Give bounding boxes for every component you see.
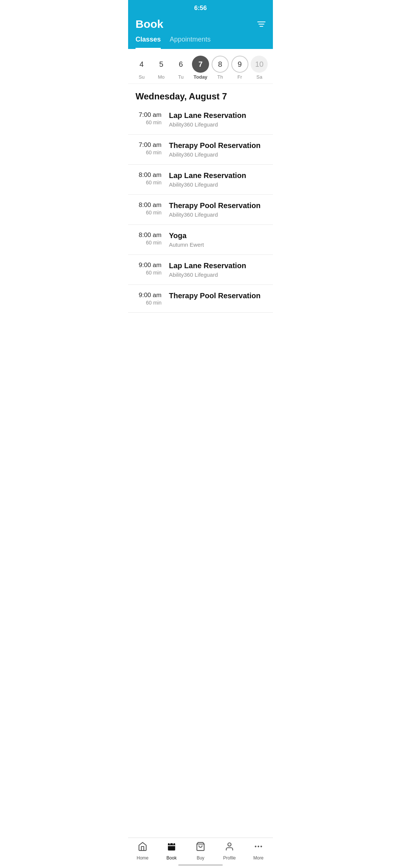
cal-day-label-10: Sa [257, 74, 263, 80]
cal-day-number-8: 8 [212, 56, 229, 73]
svg-point-8 [260, 846, 262, 847]
nav-item-book[interactable]: Book [160, 842, 183, 861]
nav-label-more: More [253, 855, 263, 861]
cal-day-label-6: Tu [178, 74, 184, 80]
calendar-day-4[interactable]: 4 Su [133, 56, 150, 80]
svg-point-5 [228, 843, 231, 846]
schedule-time-1: 7:00 am 60 min [136, 141, 169, 155]
schedule-info-2: Lap Lane Reservation Ability360 Lifeguar… [169, 171, 265, 188]
calendar-day-9[interactable]: 9 Fr [231, 56, 248, 80]
cal-day-number-9: 9 [231, 56, 248, 73]
svg-rect-0 [168, 843, 175, 851]
tab-appointments[interactable]: Appointments [170, 36, 211, 49]
schedule-time-6: 9:00 am 60 min [136, 292, 169, 306]
svg-point-7 [258, 846, 259, 847]
cal-day-number-5: 5 [153, 56, 170, 73]
cal-day-number-10: 10 [251, 56, 268, 73]
filter-button[interactable] [257, 22, 265, 27]
cal-day-label-8: Th [217, 74, 223, 80]
schedule-info-5: Lap Lane Reservation Ability360 Lifeguar… [169, 262, 265, 278]
more-icon [254, 842, 263, 854]
svg-point-6 [255, 846, 256, 847]
cal-day-number-4: 4 [133, 56, 150, 73]
schedule-time-5: 9:00 am 60 min [136, 262, 169, 276]
header: Book [128, 14, 273, 30]
calendar-section: 4 Su 5 Mo 6 Tu 7 Today 8 Th 9 Fr 10 Sa [128, 49, 273, 84]
schedule-info-1: Therapy Pool Reservation Ability360 Life… [169, 141, 265, 158]
schedule-info-4: Yoga Autumn Ewert [169, 231, 265, 248]
calendar-day-10[interactable]: 10 Sa [251, 56, 268, 80]
cal-day-label-4: Su [138, 74, 144, 80]
calendar-day-8[interactable]: 8 Th [212, 56, 229, 80]
cal-day-label-today: Today [193, 74, 207, 80]
status-time: 6:56 [194, 4, 207, 11]
nav-label-buy: Buy [197, 855, 205, 861]
schedule-time-0: 7:00 am 60 min [136, 111, 169, 125]
table-row[interactable]: 8:00 am 60 min Therapy Pool Reservation … [128, 195, 273, 225]
cal-day-label-5: Mo [158, 74, 164, 80]
cal-day-number-6: 6 [172, 56, 189, 73]
table-row[interactable]: 7:00 am 60 min Therapy Pool Reservation … [128, 135, 273, 165]
cal-day-label-9: Fr [238, 74, 242, 80]
table-row[interactable]: 8:00 am 60 min Lap Lane Reservation Abil… [128, 165, 273, 195]
schedule-info-3: Therapy Pool Reservation Ability360 Life… [169, 201, 265, 218]
nav-item-profile[interactable]: Profile [218, 842, 241, 861]
status-bar: 6:56 [128, 0, 273, 14]
bottom-nav: Home Book Buy [128, 838, 273, 868]
table-row[interactable]: 9:00 am 60 min Lap Lane Reservation Abil… [128, 255, 273, 285]
schedule-list: 7:00 am 60 min Lap Lane Reservation Abil… [128, 105, 273, 342]
home-indicator [178, 864, 223, 866]
page-title: Book [136, 18, 163, 30]
home-icon [138, 842, 147, 854]
schedule-info-0: Lap Lane Reservation Ability360 Lifeguar… [169, 111, 265, 128]
schedule-time-2: 8:00 am 60 min [136, 171, 169, 185]
table-row[interactable]: 7:00 am 60 min Lap Lane Reservation Abil… [128, 105, 273, 135]
schedule-info-6: Therapy Pool Reservation [169, 292, 265, 302]
tab-classes[interactable]: Classes [136, 36, 161, 49]
nav-label-book: Book [166, 855, 176, 861]
nav-item-more[interactable]: More [247, 842, 270, 861]
nav-item-home[interactable]: Home [131, 842, 154, 861]
calendar-day-5[interactable]: 5 Mo [153, 56, 170, 80]
tab-bar: Classes Appointments [128, 30, 273, 49]
date-heading: Wednesday, August 7 [128, 84, 273, 105]
calendar-day-today[interactable]: 7 Today [192, 56, 209, 80]
buy-icon [196, 842, 205, 854]
table-row[interactable]: 8:00 am 60 min Yoga Autumn Ewert [128, 225, 273, 255]
calendar-row: 4 Su 5 Mo 6 Tu 7 Today 8 Th 9 Fr 10 Sa [132, 56, 269, 80]
schedule-time-3: 8:00 am 60 min [136, 201, 169, 216]
nav-label-home: Home [137, 855, 149, 861]
schedule-time-4: 8:00 am 60 min [136, 231, 169, 246]
nav-item-buy[interactable]: Buy [189, 842, 212, 861]
cal-day-number-today: 7 [192, 56, 209, 73]
book-icon [167, 842, 176, 854]
nav-label-profile: Profile [223, 855, 236, 861]
calendar-day-6[interactable]: 6 Tu [172, 56, 189, 80]
profile-icon [225, 842, 234, 854]
table-row[interactable]: 9:00 am 60 min Therapy Pool Reservation [128, 285, 273, 313]
